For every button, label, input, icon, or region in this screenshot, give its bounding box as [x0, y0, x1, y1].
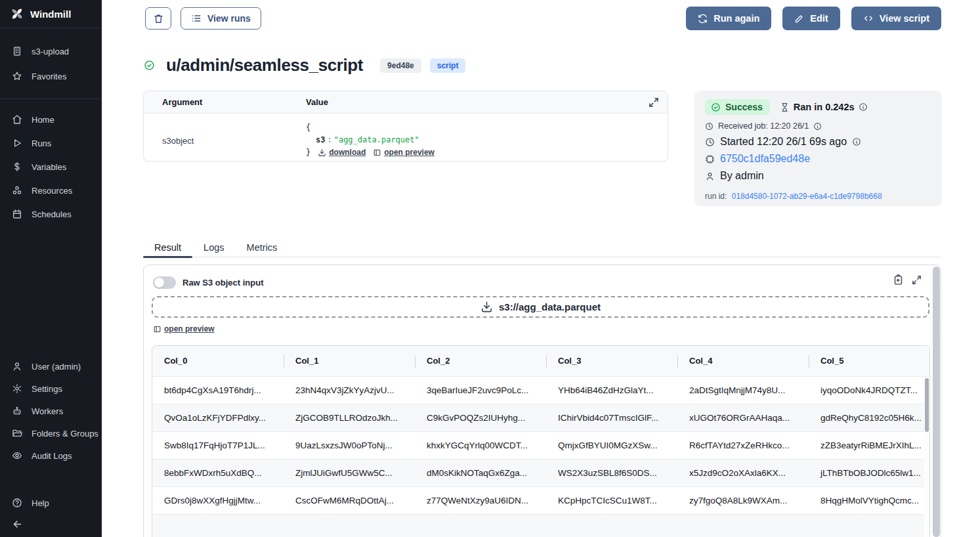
result-panel: Raw S3 object input s3://agg_data.parque… [143, 265, 941, 537]
trash-icon [153, 13, 164, 24]
table-cell: CscOFwM6MRqDOttAj... [284, 486, 415, 514]
table-cell: gdReQhyC8192c05H6k... [809, 404, 930, 431]
windmill-logo-icon [11, 7, 24, 20]
table-scrollbar[interactable] [924, 377, 929, 537]
tab-metrics[interactable]: Metrics [236, 238, 289, 257]
sidebar-item-label: Home [32, 115, 54, 125]
run-again-button[interactable]: Run again [686, 7, 771, 30]
download-link[interactable]: download [318, 146, 366, 159]
sidebar-item-label: s3-upload [32, 47, 69, 56]
table-cell: 3qeBarIueJF2uvc9PoLc... [415, 376, 546, 404]
toolbar-right: Run again Edit View script [686, 7, 941, 30]
worker-chip-icon [705, 154, 715, 164]
run-again-label: Run again [714, 13, 759, 24]
sidebar-item-audit-logs[interactable]: Audit Logs [0, 444, 102, 467]
info-icon[interactable] [859, 102, 868, 112]
app-name: Windmill [30, 9, 71, 20]
sidebar-item-label: User (admin) [32, 362, 81, 372]
result-table-body: bt6dp4CgXsA19T6hdrj...23hN4qxV3jZkYyAzjv… [152, 376, 930, 537]
sidebar-item-label: Audit Logs [32, 451, 72, 461]
s3-file-download-zone[interactable]: s3://agg_data.parquet [152, 296, 929, 318]
play-icon [12, 138, 22, 148]
argument-name: s3object [144, 114, 306, 159]
table-cell: z77QWeNtXzy9aU6IDN... [415, 486, 546, 514]
sidebar-collapse-button[interactable] [8, 516, 23, 532]
sidebar-item-label: Folders & Groups [32, 429, 98, 439]
table-cell: YHb64iB46ZdHzGlaYt... [546, 376, 677, 404]
worker-link[interactable]: 6750c1dfa59ed48e [720, 153, 810, 165]
list-icon [191, 13, 202, 24]
table-cell: 8ebbFxWDxrh5uXdBQ... [152, 459, 284, 486]
info-icon[interactable] [813, 122, 822, 131]
robot-icon [12, 406, 22, 416]
sidebar-item-schedules[interactable]: Schedules [0, 202, 102, 226]
column-header: Col_4 [677, 346, 809, 376]
table-cell: xUGOt76ORGrAAHaqa... [677, 404, 809, 431]
tab-logs[interactable]: Logs [192, 238, 235, 257]
json-string-value: "agg_data.parquet" [334, 135, 419, 144]
download-icon [480, 301, 493, 313]
app-logo[interactable]: Windmill [0, 0, 102, 28]
sidebar-divider [0, 98, 102, 99]
delete-button[interactable] [145, 7, 171, 30]
check-circle-icon [711, 102, 721, 112]
s3-file-uri: s3://agg_data.parquet [499, 301, 601, 312]
arrow-left-icon [12, 519, 23, 530]
json-line: s3:"agg_data.parquet" [306, 134, 435, 146]
sidebar-item-favorites[interactable]: Favorites [0, 64, 102, 89]
raw-s3-toggle[interactable] [153, 276, 176, 289]
sidebar-item-label: Resources [32, 186, 72, 196]
started-label: Started 12:20 26/1 69s ago [720, 136, 847, 148]
sidebar-item-help[interactable]: Help [0, 492, 102, 514]
argument-column-header: Argument [144, 97, 306, 107]
arguments-card: Argument Value s3object { s3:"agg_data.p… [143, 91, 668, 161]
star-icon [12, 71, 22, 81]
sidebar-item-variables[interactable]: Variables [0, 155, 102, 179]
result-panel-scrollbar-thumb[interactable] [933, 267, 940, 537]
download-icon [318, 148, 326, 157]
table-row: GDrs0j8wXXgfHgjjMtw...CscOFwM6MRqDOttAj.… [152, 486, 930, 514]
sidebar-item-resources[interactable]: Resources [0, 179, 102, 202]
raw-s3-toggle-row: Raw S3 object input [153, 276, 264, 289]
user-icon [12, 361, 22, 372]
sidebar-item-settings[interactable]: Settings [0, 377, 102, 400]
result-panel-scrollbar[interactable] [933, 267, 940, 537]
run-id-link[interactable]: 018d4580-1072-ab29-e6a4-c1de9798b668 [732, 192, 882, 201]
folder-icon [12, 428, 22, 439]
sidebar-item-workers[interactable]: Workers [0, 400, 102, 422]
sidebar-item-user[interactable]: User (admin) [0, 355, 102, 377]
sidebar-item-home[interactable]: Home [0, 108, 102, 131]
copy-clipboard-icon[interactable] [893, 274, 904, 286]
open-preview-link[interactable]: open preview [373, 146, 435, 159]
workspace-icon [12, 46, 22, 56]
table-cell: C9kGvPOQZs2IUHyhg... [415, 404, 546, 431]
json-open-brace: { [306, 121, 435, 134]
table-cell: 8HqgHMolVYtighQcmc... [809, 486, 930, 514]
boxes-icon [12, 185, 22, 196]
duration-label: Ran in 0.242s [794, 102, 855, 112]
tab-result[interactable]: Result [143, 238, 192, 257]
title-row: u/admin/seamless_script 9ed48e script [144, 55, 465, 75]
calendar-icon [12, 209, 22, 219]
edit-label: Edit [810, 13, 828, 24]
table-scrollbar-thumb[interactable] [925, 378, 929, 432]
sidebar-item-workspace[interactable]: s3-upload [0, 39, 102, 64]
sidebar-item-runs[interactable]: Runs [0, 131, 102, 155]
edit-button[interactable]: Edit [782, 7, 840, 30]
argument-value-json: { s3:"agg_data.parquet" } download open … [306, 114, 435, 159]
json-key: s3 [316, 135, 325, 144]
info-icon[interactable] [852, 137, 861, 146]
view-script-button[interactable]: View script [851, 7, 941, 30]
success-check-icon [144, 60, 155, 71]
open-preview-link[interactable]: open preview [153, 324, 215, 333]
sidebar-item-label: Workers [32, 406, 63, 416]
sidebar-item-label: Settings [32, 384, 62, 394]
expand-icon[interactable] [648, 97, 660, 108]
table-cell: Swb8Iq17FqHjoT7P1JL... [152, 431, 284, 459]
column-header: Col_2 [415, 346, 546, 376]
argument-row: s3object { s3:"agg_data.parquet" } downl… [144, 114, 668, 159]
sidebar-item-folders-groups[interactable]: Folders & Groups [0, 422, 102, 444]
table-cell: 9UazLsxzsJW0oPToNj... [284, 431, 415, 459]
view-runs-button[interactable]: View runs [181, 7, 261, 30]
expand-icon[interactable] [911, 274, 922, 286]
